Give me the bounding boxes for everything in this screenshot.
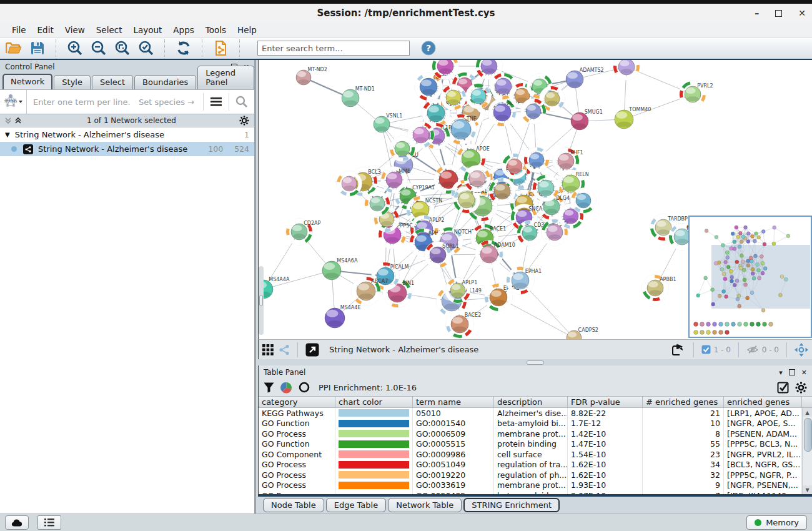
column-header[interactable]: FDR p-value <box>568 397 643 407</box>
set-species-link[interactable]: Set species → <box>139 97 203 107</box>
panel-float-icon[interactable] <box>789 369 795 375</box>
memory-button[interactable]: Memory <box>746 515 807 530</box>
menu-select[interactable]: Select <box>91 24 128 36</box>
string-query-input[interactable]: Enter one term per line. <box>27 97 139 107</box>
string-options-button[interactable] <box>204 90 229 114</box>
scroll-down-arrow[interactable]: ▼ <box>803 485 812 494</box>
grid-view-icon[interactable] <box>262 344 274 355</box>
menu-tools[interactable]: Tools <box>200 24 232 36</box>
network-row-selected[interactable]: String Network - Alzheimer's disease 100… <box>0 142 254 156</box>
menu-file[interactable]: File <box>6 24 32 36</box>
table-panel-divider[interactable] <box>258 359 812 365</box>
scroll-up-arrow[interactable]: ▲ <box>803 408 812 417</box>
panel-resize-handle[interactable] <box>259 266 264 335</box>
filter-icon[interactable] <box>264 382 274 393</box>
singleton-node[interactable] <box>769 322 773 327</box>
birdseye-toggle-icon[interactable] <box>795 343 808 357</box>
tab-network[interactable]: Network <box>2 74 52 89</box>
task-history-button[interactable] <box>37 515 61 530</box>
menu-help[interactable]: Help <box>232 24 262 36</box>
singleton-node[interactable] <box>719 330 723 335</box>
close-button[interactable]: ✕ <box>798 8 806 18</box>
network-node[interactable] <box>387 133 417 164</box>
singleton-node[interactable] <box>713 322 717 327</box>
tab-edge-table[interactable]: Edge Table <box>326 498 386 512</box>
title-bar[interactable]: Session: /tmp/enrichmentTest.cys <box>0 4 812 23</box>
panel-menu-icon[interactable]: ▾ <box>779 369 783 377</box>
network-node[interactable] <box>611 60 642 82</box>
table-row[interactable]: GO ComponentGO:0009986cell surface1.54E-… <box>259 449 812 460</box>
table-row[interactable]: GO ProcessGO:0051049regulation of tra...… <box>259 460 812 470</box>
maximize-button[interactable] <box>775 10 782 17</box>
singleton-node[interactable] <box>731 322 736 327</box>
zoom-out-button[interactable] <box>89 39 109 57</box>
network-node[interactable]: MT-ND2 <box>296 67 327 85</box>
singleton-node[interactable] <box>763 322 767 327</box>
network-node[interactable]: CD2AP <box>283 216 320 248</box>
share-network-icon[interactable] <box>279 344 290 355</box>
network-node[interactable]: MT-ND1 <box>342 86 375 107</box>
vertical-scrollbar[interactable]: ▲ ▼ <box>802 408 812 494</box>
column-header[interactable]: category <box>259 397 335 407</box>
menu-view[interactable]: View <box>59 24 91 36</box>
network-node[interactable]: MS4A4E <box>325 305 360 328</box>
eye-slash-icon[interactable] <box>746 345 759 354</box>
singleton-node[interactable] <box>738 322 742 327</box>
scrollbar-thumb[interactable] <box>804 418 812 452</box>
settings-gear-icon[interactable] <box>795 382 807 394</box>
singleton-node[interactable] <box>694 322 698 327</box>
save-session-button[interactable] <box>27 39 47 57</box>
network-node[interactable]: ADAMTS2 <box>566 67 604 88</box>
network-node[interactable]: TOMM40 <box>615 107 651 129</box>
ring-chart-icon[interactable] <box>299 382 310 393</box>
singleton-node[interactable] <box>713 330 717 335</box>
network-view[interactable]: MT-ND2MT-ND1VSNL1GAB2ADAMTS2PVRL2TOMM40S… <box>258 60 812 339</box>
network-node[interactable]: SMUG1 <box>571 109 603 130</box>
singleton-node[interactable] <box>725 322 730 327</box>
column-header[interactable]: # enriched genes <box>643 397 724 407</box>
open-session-button[interactable] <box>4 39 24 57</box>
search-input[interactable] <box>257 41 410 56</box>
import-network-button[interactable] <box>211 39 231 57</box>
singleton-node[interactable] <box>756 322 761 327</box>
table-row[interactable]: GO FunctionGO:0005515protein binding1.47… <box>259 439 812 450</box>
network-node[interactable]: PVRL2 <box>676 78 713 110</box>
table-row[interactable]: GO ProcessGO:0006509membrane prot...1.42… <box>259 429 812 439</box>
string-protein-query-selector[interactable]: STRING <box>0 90 27 114</box>
menu-layout[interactable]: Layout <box>127 24 167 36</box>
singleton-node[interactable] <box>706 322 711 327</box>
birds-eye-view[interactable] <box>688 216 812 338</box>
select-columns-icon[interactable] <box>777 382 789 394</box>
column-header[interactable]: description <box>494 397 568 407</box>
menu-edit[interactable]: Edit <box>32 24 59 36</box>
singleton-node[interactable] <box>706 330 711 335</box>
selected-checkbox-icon[interactable] <box>701 345 711 354</box>
singleton-node[interactable] <box>700 322 705 327</box>
tab-network-table[interactable]: Network Table <box>388 498 462 512</box>
singleton-node[interactable] <box>719 322 723 327</box>
column-header[interactable]: term name <box>413 397 494 407</box>
singleton-node[interactable] <box>725 330 730 335</box>
tab-node-table[interactable]: Node Table <box>263 498 324 512</box>
tab-select[interactable]: Select <box>92 75 133 89</box>
minimize-button[interactable]: – <box>755 8 759 18</box>
tab-boundaries[interactable]: Boundaries <box>134 75 196 89</box>
panel-close-icon[interactable]: ✕ <box>801 369 807 377</box>
menu-apps[interactable]: Apps <box>167 24 199 36</box>
zoom-fit-button[interactable] <box>112 39 132 57</box>
network-collection-row[interactable]: ▼ String Network - Alzheimer's disease 1 <box>0 127 254 142</box>
network-node[interactable]: CADPS2 <box>567 327 598 339</box>
tab-string-enrichment[interactable]: STRING Enrichment <box>463 498 560 512</box>
tab-style[interactable]: Style <box>54 75 91 89</box>
network-node[interactable]: BACE2 <box>443 307 482 339</box>
tree-expand-icon[interactable]: ▼ <box>5 131 10 138</box>
table-row[interactable]: GO ProcessGO:0019220regulation of ph...1… <box>259 470 812 480</box>
column-header[interactable]: enriched genes <box>724 397 802 407</box>
tab-legend-panel[interactable]: Legend Panel <box>197 66 254 89</box>
table-row[interactable]: KEGG Pathways05010Alzheimer's dise...8.8… <box>259 408 812 419</box>
network-node[interactable]: APBB1 <box>640 272 676 304</box>
singleton-node[interactable] <box>750 322 755 327</box>
column-header[interactable]: chart color <box>335 397 413 407</box>
network-node[interactable]: MS4A6A <box>322 258 358 280</box>
automation-status-button[interactable] <box>5 515 29 530</box>
